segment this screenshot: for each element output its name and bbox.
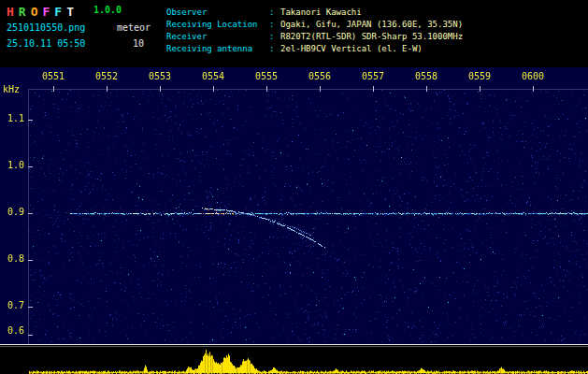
app-version: 1.0.0 xyxy=(93,5,122,15)
station-info-row: Receiving antenna:2el-HB9CV Vertical (el… xyxy=(166,43,463,55)
app-title-letter: R xyxy=(19,5,26,19)
app-title-logo: HROFFT xyxy=(7,2,79,20)
info-label: Receiving Location xyxy=(166,19,269,31)
app-title-letter: F xyxy=(42,5,50,19)
info-value: 2el-HB9CV Vertical (el. E-W) xyxy=(280,43,423,55)
app-title-letter: O xyxy=(31,5,38,19)
app-title-letter: F xyxy=(54,5,62,19)
hrofft-window: HROFFT 1.0.0 2510110550.png meteor 25.10… xyxy=(0,0,588,374)
info-separator: : xyxy=(269,19,280,31)
station-info-row: Observer:Takanori Kawachi xyxy=(166,7,463,19)
spectrogram-canvas xyxy=(0,67,588,374)
output-filename: 2510110550.png xyxy=(7,22,85,33)
observation-datetime: 25.10.11 05:50 xyxy=(7,38,85,49)
info-label: Receiver xyxy=(166,31,269,43)
station-info-row: Receiving Location:Ogaki, Gifu, JAPAN (1… xyxy=(166,19,463,31)
info-separator: : xyxy=(269,7,280,19)
app-title-letter: H xyxy=(7,5,14,19)
info-value: Ogaki, Gifu, JAPAN (136.60E, 35.35N) xyxy=(280,19,463,31)
station-info: Observer:Takanori KawachiReceiving Locat… xyxy=(166,7,463,55)
record-minutes: 10 xyxy=(133,38,144,49)
info-value: Takanori Kawachi xyxy=(280,7,362,19)
info-label: Observer xyxy=(166,7,269,19)
info-separator: : xyxy=(269,43,280,55)
station-info-row: Receiver:R820T2(RTL-SDR) SDR-Sharp 53.10… xyxy=(166,31,463,43)
observation-mode: meteor xyxy=(117,22,151,33)
info-separator: : xyxy=(269,31,280,43)
app-title-letter: T xyxy=(66,5,74,19)
info-label: Receiving antenna xyxy=(166,43,269,55)
info-value: R820T2(RTL-SDR) SDR-Sharp 53.1000MHz xyxy=(280,31,463,43)
